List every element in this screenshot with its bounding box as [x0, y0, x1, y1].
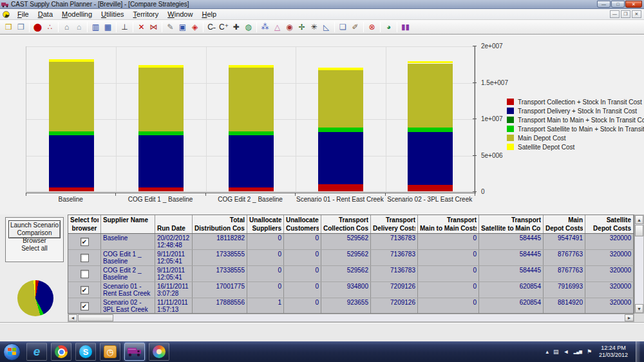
diamond-route-icon[interactable]: ◈	[189, 21, 201, 33]
vehicles-icon[interactable]: ⬤	[32, 21, 44, 33]
open-model-icon[interactable]: ❒	[3, 21, 15, 33]
hidden-icons-chevron[interactable]: ▴	[545, 348, 549, 356]
tee-tool-icon[interactable]: ⊥	[118, 21, 131, 33]
vertical-scroll-thumb[interactable]	[635, 225, 643, 236]
horizontal-scrollbar[interactable]: ◄ ►	[68, 314, 634, 322]
copy-icon[interactable]: ❏	[337, 21, 349, 33]
column-header-sat_to_main[interactable]: TransportSatellite to Main Costs	[479, 215, 544, 233]
chart-columns-icon[interactable]: ▮▮	[399, 21, 412, 33]
tree-star-icon[interactable]: ✳	[308, 21, 320, 33]
column-header-sat_depot[interactable]: SatelliteDepot Costs	[585, 215, 634, 233]
globe-icon[interactable]: ◍	[242, 21, 254, 33]
column-header-unalloc_cust[interactable]: UnallocatedCustomers	[284, 215, 321, 233]
child-close-button[interactable]: ✕	[632, 10, 641, 18]
menu-item-file[interactable]: File	[13, 9, 33, 19]
taskbar-cast[interactable]	[124, 343, 145, 361]
ie-icon: e	[33, 345, 41, 359]
document-icon[interactable]	[3, 11, 10, 18]
scenario-grid: Select forbrowserSupplier NameRun DateTo…	[68, 214, 634, 314]
row-checkbox[interactable]: ✔	[80, 302, 89, 310]
donut-icon[interactable]: ◉	[283, 21, 296, 33]
menu-item-utilities[interactable]: Utilities	[97, 9, 128, 19]
world-icon[interactable]: ◕	[383, 21, 395, 33]
tree-growth-icon[interactable]: ✢	[296, 21, 308, 33]
menu-item-modelling[interactable]: Modelling	[57, 9, 97, 19]
histogram-icon[interactable]: ▥	[90, 21, 102, 33]
cell-total: 18118282	[193, 234, 247, 249]
tray-flag-icon[interactable]: ⚑	[587, 348, 592, 356]
add-icon[interactable]: ✚	[230, 21, 242, 33]
column-header-supplier[interactable]: Supplier Name	[101, 215, 155, 233]
cost-plus-icon[interactable]: C⁺	[218, 21, 230, 33]
column-header-run_date[interactable]: Run Date	[155, 215, 193, 233]
close-button[interactable]: ✕	[625, 1, 642, 8]
taskbar-paint[interactable]	[149, 343, 169, 361]
menu-item-data[interactable]: Data	[33, 9, 57, 19]
taskbar-skype[interactable]: S	[75, 343, 96, 361]
chrome-core	[59, 350, 64, 354]
factory-data-icon[interactable]: ⌂	[73, 21, 85, 33]
tool-group-3: ⌂⌂	[61, 21, 85, 33]
child-minimize-button[interactable]: —	[610, 10, 620, 18]
gridline	[386, 47, 386, 191]
factory-icon[interactable]: ⌂	[61, 21, 73, 33]
menu-item-window[interactable]: Window	[163, 9, 197, 19]
start-button[interactable]	[3, 343, 21, 361]
show-desktop-button[interactable]	[636, 341, 640, 362]
taskbar-ie[interactable]: e	[26, 343, 47, 361]
bar-segment	[408, 132, 453, 184]
tray-clipboard-icon[interactable]: ▤	[553, 348, 559, 356]
bar-segment	[408, 128, 453, 132]
select-all-button[interactable]: Select all	[6, 245, 63, 252]
flag-quadrant	[8, 352, 12, 355]
child-restore-button[interactable]: ❐	[621, 10, 630, 18]
maximize-button[interactable]: □	[611, 1, 625, 8]
taskbar-outlook[interactable]: ◷	[100, 343, 120, 361]
area-chart-icon[interactable]: ◺	[320, 21, 332, 33]
column-header-select[interactable]: Select forbrowser	[68, 215, 101, 233]
minimize-button[interactable]: —	[597, 1, 611, 8]
taskbar-chrome[interactable]	[51, 343, 71, 361]
vertical-scrollbar[interactable]: ▲ ▼	[634, 214, 644, 314]
tray-volume-icon[interactable]: ◄	[563, 348, 569, 356]
truck-icon[interactable]: ▣	[176, 21, 189, 33]
taskbar-clock[interactable]: 12:24 PM 21/03/2012	[596, 345, 628, 359]
scroll-down-icon[interactable]: ▼	[635, 304, 643, 313]
tray-network-icon[interactable]: ▂▄▆	[573, 348, 582, 356]
column-header-collection[interactable]: TransportCollection Costs	[321, 215, 371, 233]
column-header-main_to_main[interactable]: TransportMain to Main Costs	[418, 215, 479, 233]
row-checkbox[interactable]	[80, 270, 89, 278]
triangle-network-icon[interactable]: △	[271, 21, 283, 33]
cell-supplier: COG Edit 1 _ Baseline	[101, 250, 155, 265]
scroll-right-icon[interactable]: ►	[625, 314, 634, 321]
chart-legend: Transport Collection + Stock In Transit …	[507, 97, 644, 151]
cost-minus-icon[interactable]: C˗	[205, 21, 218, 33]
menu-item-help[interactable]: Help	[197, 9, 221, 19]
column-header-total[interactable]: TotalDistribution Costs	[193, 215, 247, 233]
scatter-icon[interactable]: ✕	[135, 21, 147, 33]
menu-item-territory[interactable]: Territory	[129, 9, 164, 19]
row-checkbox[interactable]: ✔	[80, 238, 89, 246]
wand-icon[interactable]: ✐	[349, 21, 361, 33]
new-window-icon[interactable]: ❐	[15, 21, 27, 33]
percent-network-icon[interactable]: ⁂	[259, 21, 271, 33]
tool-group-5: ⊥	[118, 21, 131, 33]
toolbar-separator	[116, 22, 117, 32]
tool-group-12: ◕	[383, 21, 395, 33]
histogram-alt-icon[interactable]: ▦	[102, 21, 114, 33]
row-checkbox[interactable]: ✔	[80, 286, 89, 294]
horizontal-scroll-thumb[interactable]	[78, 314, 113, 321]
row-checkbox[interactable]	[80, 254, 89, 262]
scatter-link-icon[interactable]: ⋈	[147, 21, 160, 33]
column-header-unalloc_sup[interactable]: UnallocatedSuppliers	[247, 215, 284, 233]
scroll-left-icon[interactable]: ◄	[68, 314, 77, 321]
scroll-up-icon[interactable]: ▲	[635, 215, 643, 224]
paperclip-icon[interactable]: ✎	[164, 21, 176, 33]
cell-select: ✔	[68, 298, 101, 314]
tool-group-13: ▮▮	[399, 21, 412, 33]
column-header-delivery[interactable]: TransportDelivery Costs	[371, 215, 418, 233]
column-header-main_depot[interactable]: MainDepot Costs	[544, 215, 585, 233]
cluster-icon[interactable]: ∴	[44, 21, 56, 33]
launch-scenario-comparison-browser-button[interactable]: Launch Scenario Comparison Browser	[8, 220, 61, 238]
cancel-icon[interactable]: ⊗	[366, 21, 378, 33]
